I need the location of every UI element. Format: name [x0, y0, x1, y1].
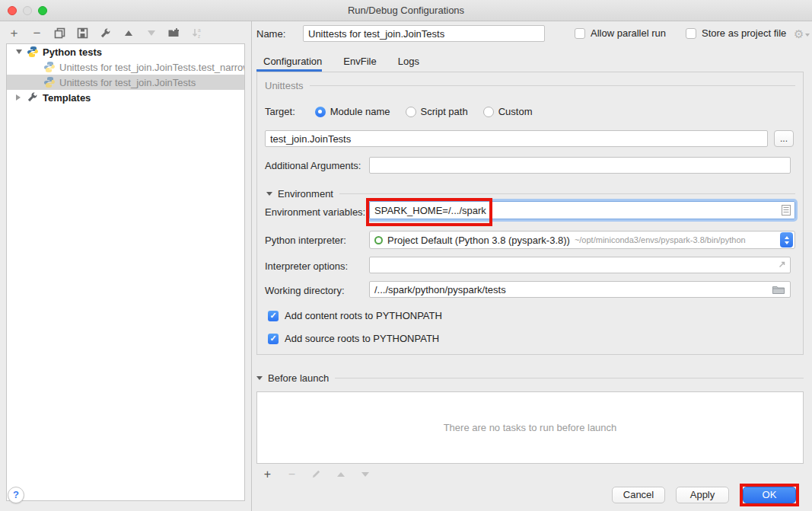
tree-item-label: Python tests: [43, 46, 102, 58]
store-as-project-file-checkbox[interactable]: Store as project file: [686, 27, 786, 39]
copy-icon[interactable]: [53, 27, 66, 40]
tree-item-label: Unittests for test_join.JoinTests: [59, 77, 196, 88]
chevron-down-icon[interactable]: [16, 50, 24, 54]
window-title: Run/Debug Configurations: [0, 5, 812, 16]
checkbox-checked-icon[interactable]: [268, 311, 279, 321]
target-label: Target:: [265, 106, 295, 117]
collapse-triangle-icon[interactable]: [266, 192, 272, 196]
unittests-group-header: Unittests: [265, 80, 795, 91]
browse-variables-icon[interactable]: [782, 205, 791, 216]
tree-item-unittests-jointests-selected[interactable]: Unittests for test_join.JoinTests: [7, 75, 244, 90]
move-up-icon[interactable]: [122, 27, 135, 40]
radio-icon[interactable]: [483, 107, 494, 117]
folder-icon[interactable]: [772, 285, 785, 294]
tree-item-label: Unittests for test_join.JoinTests.test_n…: [59, 62, 244, 73]
working-directory-input[interactable]: [369, 281, 791, 298]
allow-parallel-run-checkbox[interactable]: Allow parallel run: [575, 27, 666, 39]
checkbox-icon[interactable]: [575, 28, 585, 39]
edit-defaults-wrench-icon[interactable]: [99, 27, 112, 40]
environment-section-title: Environment: [278, 188, 333, 200]
additional-arguments-input[interactable]: [369, 157, 791, 174]
browse-button[interactable]: ...: [774, 130, 794, 147]
expand-field-icon[interactable]: [778, 260, 786, 269]
help-button[interactable]: ?: [8, 487, 24, 503]
divider: [339, 193, 795, 194]
python-icon: [27, 46, 39, 58]
name-input[interactable]: [303, 25, 545, 42]
tree-item-templates[interactable]: Templates: [7, 90, 244, 105]
cancel-button[interactable]: Cancel: [612, 487, 665, 503]
radio-module-name[interactable]: Module name: [315, 106, 390, 117]
new-folder-icon[interactable]: [167, 27, 180, 40]
run-debug-configurations-dialog: Run/Debug Configurations + − az: [0, 0, 812, 511]
python-interpreter-value: Project Default (Python 3.8 (pyspark-3.8…: [387, 235, 570, 246]
tab-envfile[interactable]: EnvFile: [343, 52, 376, 72]
environment-variables-input[interactable]: [369, 201, 795, 219]
save-icon[interactable]: [76, 27, 89, 40]
tab-bar: Configuration EnvFile Logs: [256, 52, 804, 72]
name-row: Name: Allow parallel run Store as projec…: [252, 25, 812, 43]
edit-task-pencil-icon: [310, 468, 323, 481]
wrench-icon: [27, 91, 39, 104]
before-launch-toolbar: + −: [261, 468, 371, 481]
interpreter-options-input[interactable]: [369, 257, 791, 273]
radio-label: Script path: [421, 106, 468, 117]
remove-icon[interactable]: −: [30, 27, 43, 40]
ok-button[interactable]: OK: [743, 487, 796, 503]
before-launch-section-header[interactable]: Before launch: [256, 372, 804, 384]
checkbox-checked-icon[interactable]: [268, 334, 279, 344]
title-bar: Run/Debug Configurations: [0, 0, 812, 21]
svg-text:z: z: [198, 34, 200, 39]
tree-item-unittests-test-narrow[interactable]: Unittests for test_join.JoinTests.test_n…: [7, 59, 244, 75]
radio-icon[interactable]: [315, 107, 326, 117]
configurations-tree: Python tests Unittests for test_join.Joi…: [6, 43, 245, 501]
tree-item-python-tests[interactable]: Python tests: [7, 44, 244, 59]
target-row: Target: Module name Script path Custom: [265, 106, 547, 117]
radio-label: Module name: [330, 106, 390, 117]
store-options-gear-icon[interactable]: ⚙: [794, 28, 810, 40]
checkbox-icon[interactable]: [686, 28, 696, 39]
radio-script-path[interactable]: Script path: [406, 106, 468, 117]
radio-icon[interactable]: [406, 107, 416, 117]
add-source-roots-checkbox[interactable]: Add source roots to PYTHONPATH: [268, 333, 439, 344]
python-interpreter-path: ~/opt/miniconda3/envs/pyspark-3.8/bin/py…: [575, 235, 746, 244]
name-label: Name:: [256, 28, 285, 40]
radio-label: Custom: [498, 106, 533, 117]
store-as-project-file-label: Store as project file: [702, 27, 786, 39]
tab-logs[interactable]: Logs: [398, 52, 419, 72]
python-interpreter-label: Python interpreter:: [265, 235, 346, 246]
divider: [335, 378, 804, 378]
annotation-highlight-ok: OK: [740, 484, 799, 506]
environment-variables-label: Environment variables:: [265, 206, 365, 218]
environment-section-header[interactable]: Environment: [266, 188, 795, 200]
combobox-stepper-icon[interactable]: [780, 232, 793, 248]
unittests-group-title: Unittests: [265, 80, 304, 91]
add-task-icon[interactable]: +: [261, 468, 274, 481]
apply-button[interactable]: Apply: [676, 487, 729, 503]
checkbox-label: Add content roots to PYTHONPATH: [285, 310, 442, 321]
add-icon[interactable]: +: [8, 27, 21, 40]
before-launch-empty-message: There are no tasks to run before launch: [444, 422, 617, 433]
python-interpreter-combobox[interactable]: Project Default (Python 3.8 (pyspark-3.8…: [369, 231, 795, 249]
python-test-icon: [43, 76, 56, 88]
add-content-roots-checkbox[interactable]: Add content roots to PYTHONPATH: [268, 310, 442, 321]
radio-custom[interactable]: Custom: [483, 106, 533, 117]
before-launch-task-list: There are no tasks to run before launch: [256, 391, 804, 464]
move-task-down-icon: [358, 468, 371, 481]
tree-item-label: Templates: [43, 92, 91, 104]
dialog-footer: ? Cancel Apply OK: [0, 482, 812, 511]
checkbox-label: Add source roots to PYTHONPATH: [285, 333, 439, 344]
move-down-icon: [145, 27, 158, 40]
footer-buttons: Cancel Apply OK: [612, 484, 799, 506]
environment-variables-field-wrap: [369, 201, 795, 219]
move-task-up-icon: [334, 468, 347, 481]
remove-task-icon: −: [285, 468, 298, 481]
target-module-input[interactable]: [265, 130, 768, 147]
conda-environment-icon: [374, 236, 383, 244]
working-directory-label: Working directory:: [265, 285, 345, 296]
before-launch-title: Before launch: [268, 372, 329, 384]
divider: [310, 85, 795, 86]
chevron-right-icon[interactable]: [16, 94, 24, 101]
allow-parallel-run-label: Allow parallel run: [591, 27, 666, 39]
collapse-triangle-icon[interactable]: [256, 376, 263, 380]
